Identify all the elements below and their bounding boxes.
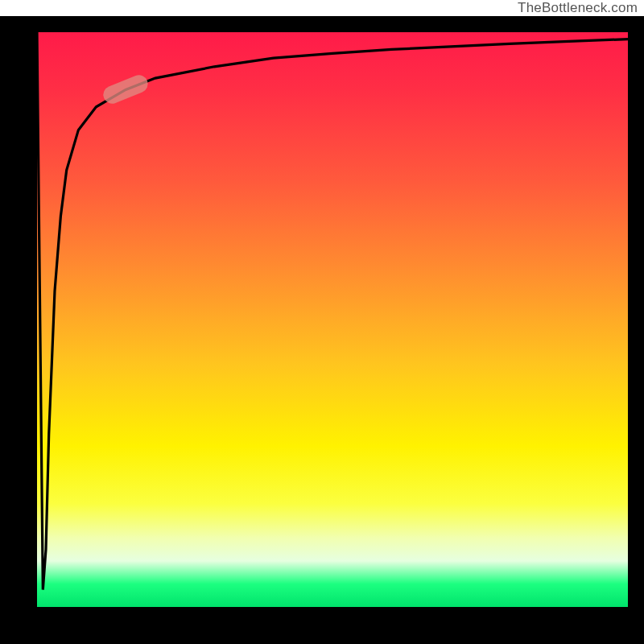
plot-area [37, 32, 628, 607]
frame-border-left [0, 16, 37, 628]
frame-border-right [628, 16, 644, 628]
frame-border-top [0, 16, 644, 32]
frame-border-bottom [0, 607, 644, 644]
chart-frame: TheBottleneck.com [0, 0, 644, 644]
attribution-text: TheBottleneck.com [518, 0, 638, 16]
bottleneck-curve [37, 32, 628, 607]
